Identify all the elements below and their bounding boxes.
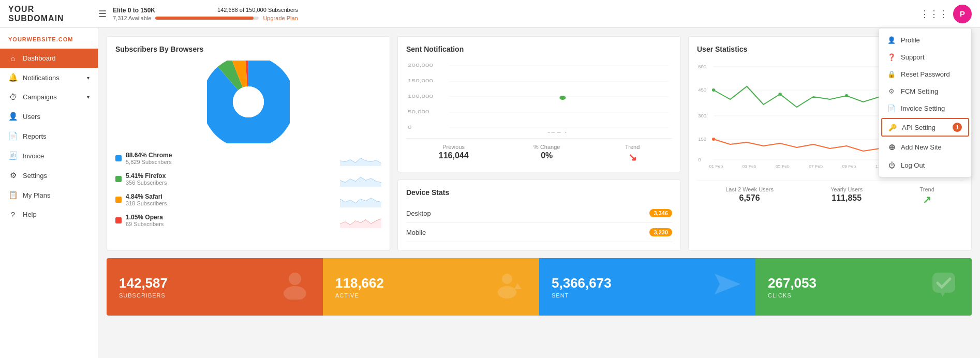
yearly-label: Yearly Users xyxy=(830,186,863,192)
sidebar-brand: YOURWEBSITE.COM xyxy=(0,32,98,49)
sidebar-item-invoice[interactable]: 🧾 Invoice xyxy=(0,146,98,166)
api-badge: 1 xyxy=(953,123,962,132)
safari-dot xyxy=(115,197,122,203)
svg-point-43 xyxy=(498,286,516,299)
subscribers-label: SUBSCRIBERS xyxy=(119,292,168,299)
device-stats-title: Device Stats xyxy=(406,188,672,197)
plans-icon: 📋 xyxy=(8,190,18,200)
svg-marker-44 xyxy=(715,274,740,294)
plan-progress-fill xyxy=(155,17,254,20)
user-trend-label: Trend xyxy=(920,186,934,192)
sidebar-item-users[interactable]: 👤 Users xyxy=(0,107,98,126)
desktop-label: Desktop xyxy=(406,210,431,217)
chrome-dot xyxy=(115,155,122,161)
subscribers-info: 142,587 SUBSCRIBERS xyxy=(119,275,168,299)
sent-stat-change: % Change 0% xyxy=(533,144,560,163)
clicks-number: 267,053 xyxy=(768,275,816,291)
stat-active: 118,662 ACTIVE xyxy=(323,258,539,316)
middle-cards: Sent Notification 200,000 150,000 100,00… xyxy=(397,36,681,251)
invoice-setting-label: Invoice Setting xyxy=(901,105,945,112)
browsers-card: Subscribers By Browsers xyxy=(107,36,390,251)
subscribers-number: 142,587 xyxy=(119,275,168,291)
sent-stat-previous: Previous 116,044 xyxy=(439,144,469,163)
sent-chart-svg: 200,000 150,000 100,000 50,000 0 xyxy=(406,61,672,133)
sidebar-item-campaigns[interactable]: ⏱ Campaigns ▾ xyxy=(0,87,98,107)
mobile-badge: 3,230 xyxy=(649,228,672,236)
sent-chart: 200,000 150,000 100,000 50,000 0 xyxy=(406,61,672,133)
sent-stat-trend: Trend ↘ xyxy=(625,144,640,163)
sidebar-label-myplans: My Plans xyxy=(23,191,50,199)
svg-text:50,000: 50,000 xyxy=(408,109,429,114)
dropdown-fcm-setting[interactable]: ⚙ FCM Setting xyxy=(879,83,971,100)
sidebar-label-notifications: Notifications xyxy=(23,74,60,82)
yearly-value: 111,855 xyxy=(830,193,863,203)
sent-change-label: % Change xyxy=(533,144,560,150)
sent-previous-value: 116,044 xyxy=(439,151,469,160)
reports-icon: 📄 xyxy=(8,131,18,141)
opera-info: 1.05% Opera 69 Subscribers xyxy=(126,214,336,227)
dropdown-reset-password[interactable]: 🔒 Reset Password xyxy=(879,66,971,83)
firefox-name: 5.41% Firefox xyxy=(126,172,336,180)
invoice-icon: 🧾 xyxy=(8,151,18,160)
svg-text:03 Feb: 03 Feb xyxy=(743,164,756,169)
chevron-down-icon: ▾ xyxy=(87,75,90,81)
device-mobile: Mobile 3,230 xyxy=(406,223,672,242)
safari-info: 4.84% Safari 318 Subscribers xyxy=(126,193,336,206)
svg-text:07 Feb: 07 Feb xyxy=(547,131,569,133)
svg-point-29 xyxy=(845,94,848,97)
safari-subs: 318 Subscribers xyxy=(126,200,336,206)
active-number: 118,662 xyxy=(335,275,384,291)
svg-text:200,000: 200,000 xyxy=(408,63,433,67)
dropdown-support[interactable]: ❓ Support xyxy=(879,49,971,66)
sidebar-label-users: Users xyxy=(23,113,40,121)
sidebar-item-reports[interactable]: 📄 Reports xyxy=(0,126,98,146)
grid-icon[interactable]: ⋮⋮⋮ xyxy=(920,8,948,20)
stat-sent: 5,366,673 SENT xyxy=(539,258,755,316)
stat-subscribers: 142,587 SUBSCRIBERS xyxy=(107,258,323,316)
dropdown-add-new-site[interactable]: ⊕ Add New Site xyxy=(879,138,971,157)
sidebar-item-settings[interactable]: ⚙ Settings xyxy=(0,166,98,185)
chrome-subs: 5,829 Subscribers xyxy=(126,159,336,165)
upgrade-link[interactable]: Upgrade Plan xyxy=(263,15,298,21)
api-setting-label: API Setting xyxy=(902,124,936,131)
browsers-card-title: Subscribers By Browsers xyxy=(115,45,381,53)
dropdown-log-out[interactable]: ⏻ Log Out xyxy=(879,157,971,174)
mobile-label: Mobile xyxy=(406,229,426,236)
invoice-setting-icon: 📄 xyxy=(887,105,896,112)
fcm-icon: ⚙ xyxy=(887,87,896,95)
sidebar-item-help[interactable]: ? Help xyxy=(0,205,98,224)
sidebar-item-myplans[interactable]: 📋 My Plans xyxy=(0,185,98,205)
sent-previous-label: Previous xyxy=(439,144,469,150)
main-content: Subscribers By Browsers xyxy=(98,28,980,358)
chrome-mini-chart xyxy=(340,151,381,166)
menu-icon[interactable]: ☰ xyxy=(98,8,107,20)
subscribers-text: 142,688 of 150,000 Subscribers xyxy=(217,7,298,13)
dropdown-api-setting[interactable]: 🔑 API Setting 1 xyxy=(881,118,969,137)
svg-point-42 xyxy=(502,274,512,284)
browser-opera: 1.05% Opera 69 Subscribers xyxy=(115,213,381,228)
help-icon: ? xyxy=(8,210,18,219)
clicks-label: CLICKS xyxy=(768,292,816,299)
svg-point-40 xyxy=(289,273,301,285)
sent-card-title: Sent Notification xyxy=(406,45,672,53)
device-stats-card: Device Stats Desktop 3,346 Mobile 3,230 xyxy=(397,180,681,251)
browser-firefox: 5.41% Firefox 356 Subscribers xyxy=(115,171,381,187)
firefox-info: 5.41% Firefox 356 Subscribers xyxy=(126,172,336,186)
sent-change-value: 0% xyxy=(533,151,560,160)
device-desktop: Desktop 3,346 xyxy=(406,204,672,223)
user-stat-yearly: Yearly Users 111,855 xyxy=(830,186,863,206)
svg-point-41 xyxy=(284,286,306,300)
user-trend-arrow: ↗ xyxy=(920,193,934,206)
dropdown-invoice-setting[interactable]: 📄 Invoice Setting xyxy=(879,100,971,117)
sidebar-item-notifications[interactable]: 🔔 Notifications ▾ xyxy=(0,68,98,87)
dropdown-profile[interactable]: 👤 Profile xyxy=(879,32,971,49)
clicks-icon xyxy=(928,268,959,305)
avatar[interactable]: P xyxy=(953,5,972,23)
sidebar-label-settings: Settings xyxy=(23,172,47,180)
firefox-subs: 356 Subscribers xyxy=(126,180,336,186)
sent-stats: Previous 116,044 % Change 0% Trend ↘ xyxy=(406,138,672,163)
svg-text:450: 450 xyxy=(698,87,706,93)
support-label: Support xyxy=(901,53,925,61)
sidebar-item-dashboard[interactable]: ⌂ Dashboard xyxy=(0,49,98,68)
svg-text:0: 0 xyxy=(408,125,412,129)
